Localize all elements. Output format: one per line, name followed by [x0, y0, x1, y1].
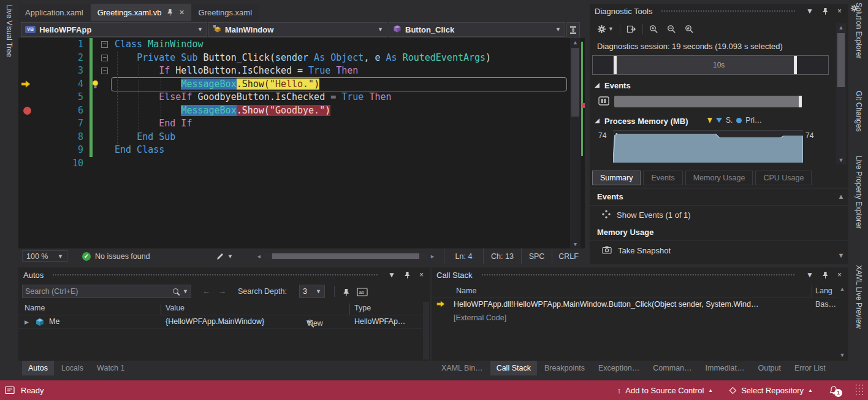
scrollbar-thumb[interactable]	[837, 33, 845, 87]
column-type[interactable]: Type	[354, 304, 371, 312]
selection-handle-right[interactable]	[794, 56, 797, 74]
code-line[interactable]: 5 ElseIf GoodbyeButton.IsChecked = True …	[18, 91, 585, 104]
document-tab[interactable]: Greetings.xaml	[192, 4, 259, 21]
scroll-up-icon[interactable]: ▲	[836, 193, 846, 200]
feedback-icon[interactable]	[5, 386, 15, 394]
panel-title-bar[interactable]: Autos ▼ ×	[18, 267, 430, 282]
collapse-icon[interactable]	[595, 83, 600, 88]
vertical-scrollbar[interactable]	[423, 302, 429, 360]
scroll-left-icon[interactable]: ◄	[256, 253, 262, 260]
window-position-icon[interactable]: ▼	[804, 271, 815, 279]
search-icon[interactable]	[172, 288, 180, 296]
scrollbar-thumb[interactable]	[272, 253, 419, 259]
tab-immediat-[interactable]: Immediat…	[699, 361, 751, 375]
tab-summary[interactable]: Summary	[592, 171, 641, 185]
breakpoint-gutter[interactable]	[21, 132, 36, 143]
notifications-bell[interactable]: 1	[829, 385, 839, 395]
tab-live-visual-tree[interactable]: Live Visual Tree	[5, 5, 13, 57]
project-dropdown[interactable]: VB HelloWPFApp ▼	[21, 22, 207, 37]
breakpoint-gutter[interactable]	[21, 118, 36, 129]
column-name[interactable]: Name	[456, 287, 476, 295]
scroll-up-icon[interactable]: ▲	[838, 286, 847, 292]
tab-cpu-usage[interactable]: CPU Usage	[755, 171, 812, 185]
show-events-link[interactable]: Show Events (1 of 1)	[590, 206, 848, 224]
events-section-header[interactable]: Events	[590, 79, 848, 92]
resize-grip[interactable]	[855, 383, 863, 397]
close-icon[interactable]: ×	[179, 8, 184, 17]
code-editor[interactable]: 1−Class MainWindow2− Private Sub Button_…	[18, 38, 585, 248]
pin-icon[interactable]	[820, 271, 831, 279]
zoom-out-icon[interactable]	[664, 23, 679, 35]
member-dropdown[interactable]: Button_Click ▼	[389, 22, 565, 37]
breakpoint-gutter[interactable]	[21, 53, 36, 64]
take-snapshot-button[interactable]: Take Snapshot	[590, 241, 848, 260]
summary-scrollbar[interactable]: ▲ ▼	[836, 193, 846, 259]
tab-exception-[interactable]: Exception…	[592, 361, 645, 375]
grid-header[interactable]: Name Value Type	[18, 302, 422, 315]
tab-locals[interactable]: Locals	[55, 361, 89, 375]
document-tab[interactable]: Application.xaml	[18, 4, 90, 21]
column-value[interactable]: Value	[166, 304, 185, 312]
collapse-icon[interactable]	[595, 118, 600, 123]
code-line[interactable]: 1−Class MainWindow	[18, 38, 585, 52]
type-dropdown[interactable]: MainWindow ▼	[208, 22, 387, 37]
scroll-right-icon[interactable]: ►	[430, 253, 435, 260]
spaces-indicator[interactable]: SPC	[521, 248, 552, 264]
variable-row[interactable]: ▶ Me {HelloWPFApp.MainWindow} View ▼ Hel…	[18, 315, 422, 329]
tab-memory-usage[interactable]: Memory Usage	[685, 171, 753, 185]
tab-live-property-explorer[interactable]: Live Property Explorer	[855, 156, 863, 229]
breakpoint-gutter[interactable]	[21, 39, 36, 50]
code-line[interactable]: 9End Class	[18, 144, 585, 157]
tab-output[interactable]: Output	[752, 361, 787, 375]
add-to-source-control-button[interactable]: ↑ Add to Source Control ▲	[617, 386, 713, 395]
tab-watch-1[interactable]: Watch 1	[91, 361, 131, 375]
scrollbar-thumb[interactable]	[571, 48, 579, 117]
outline-collapse-icon[interactable]: −	[101, 55, 108, 61]
scroll-down-icon[interactable]: ▼	[838, 352, 847, 358]
scroll-down-icon[interactable]: ▼	[836, 157, 846, 163]
breakpoint-gutter[interactable]	[21, 92, 36, 103]
breakpoint-gutter[interactable]	[21, 66, 36, 77]
tab-xaml-bin-[interactable]: XAML Bin…	[435, 361, 489, 375]
select-repository-button[interactable]: Select Repository ▲	[729, 386, 813, 395]
events-bar[interactable]	[614, 96, 802, 107]
column-name[interactable]: Name	[25, 304, 45, 312]
search-depth-dropdown[interactable]: 3 ▼	[299, 285, 325, 298]
tab-xaml-live-preview[interactable]: XAML Live Preview	[855, 265, 863, 329]
timeline-selection[interactable]	[615, 56, 795, 74]
zoom-dropdown[interactable]: 100 % ▼	[22, 250, 67, 262]
process-memory-chart[interactable]: 74 74	[590, 130, 848, 163]
chevron-down-icon[interactable]: ▼	[183, 288, 188, 294]
export-icon[interactable]	[624, 23, 639, 35]
panel-drag-grip[interactable]	[481, 274, 796, 277]
window-position-icon[interactable]: ▼	[386, 271, 397, 279]
document-options-gear-icon[interactable]	[850, 4, 858, 14]
pin-icon[interactable]	[167, 9, 173, 16]
close-icon[interactable]: ×	[417, 271, 425, 279]
issues-indicator[interactable]: ✓ No issues found	[82, 250, 150, 262]
breakpoint-gutter[interactable]	[21, 145, 36, 156]
tab-git-changes[interactable]: Git Changes	[855, 91, 863, 132]
vertical-scrollbar[interactable]: ▲ ▼	[838, 285, 847, 360]
pin-icon[interactable]	[820, 7, 831, 15]
tab-breakpoints[interactable]: Breakpoints	[538, 361, 591, 375]
vertical-scrollbar[interactable]: ▲ ▼	[836, 23, 846, 164]
code-line[interactable]: 3− If HelloButton.IsChecked = True Then	[18, 64, 585, 78]
reset-zoom-icon[interactable]	[682, 23, 696, 35]
close-icon[interactable]: ×	[836, 271, 843, 279]
outline-collapse-icon[interactable]: −	[101, 41, 108, 48]
lightbulb-icon[interactable]	[91, 80, 99, 93]
panel-title-bar[interactable]: Diagnostic Tools ▼ ×	[590, 4, 848, 18]
breakpoint-icon[interactable]	[23, 107, 31, 115]
breakpoint-gutter[interactable]	[21, 106, 36, 117]
settings-gear-icon[interactable]: ▼	[595, 23, 616, 35]
zoom-in-icon[interactable]	[647, 23, 661, 35]
expand-icon[interactable]: ▶	[25, 319, 29, 325]
tab-error-list[interactable]: Error List	[788, 361, 832, 375]
code-cleanup-button[interactable]: ▼	[216, 250, 233, 262]
timeline-ruler[interactable]: 10s	[592, 55, 829, 75]
panel-drag-grip[interactable]	[661, 10, 796, 13]
document-tab[interactable]: Greetings.xaml.vb×	[91, 4, 191, 21]
callstack-frame[interactable]: [External Code]	[432, 312, 837, 325]
horizontal-scrollbar[interactable]: ◄ ►	[256, 252, 435, 260]
